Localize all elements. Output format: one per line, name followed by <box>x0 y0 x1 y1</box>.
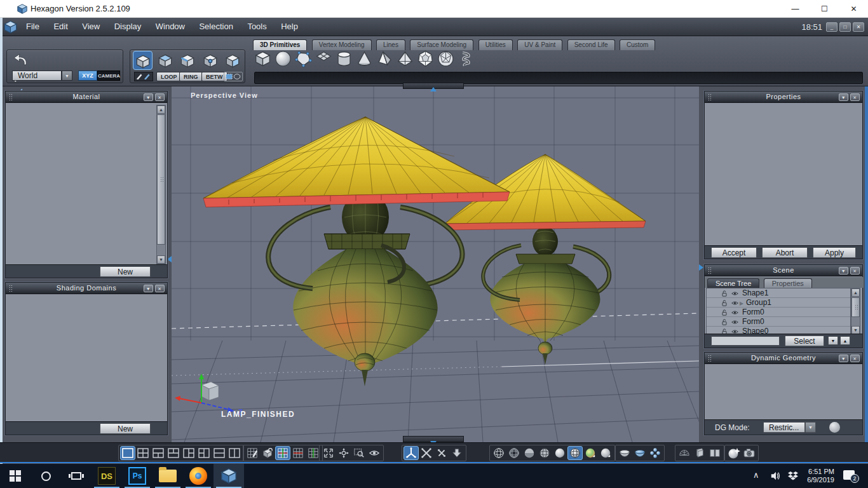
taskbar-file-explorer[interactable] <box>153 464 183 488</box>
shade-smooth-wire-icon[interactable] <box>567 446 583 460</box>
world-selector[interactable]: World <box>12 71 62 81</box>
menu-display[interactable]: Display <box>109 18 147 31</box>
fit-view-icon[interactable] <box>321 446 336 460</box>
accept-button[interactable]: Accept <box>711 247 757 258</box>
material-scrollbar[interactable]: ▲ ▼ <box>156 105 166 264</box>
tab-utilities[interactable]: Utilities <box>478 39 513 50</box>
panel-menu-icon[interactable]: ▼ <box>144 285 153 292</box>
drop-to-floor-icon[interactable] <box>449 446 465 460</box>
cortana-button[interactable] <box>31 464 61 488</box>
scroll-down-icon[interactable]: ▼ <box>157 255 165 264</box>
task-view-button[interactable] <box>61 464 92 488</box>
tab-surface-modeling[interactable]: Surface Modeling <box>410 39 473 50</box>
lock-icon[interactable] <box>721 309 728 316</box>
perspective-viewport[interactable]: Z LAMP_FINISHED Perspective View <box>172 86 699 442</box>
zoom-region-icon[interactable] <box>351 446 367 460</box>
dg-indicator-sphere[interactable] <box>829 422 840 433</box>
tab-scene-tree[interactable]: Scene Tree <box>707 278 759 288</box>
tab-3d-primitives[interactable]: 3D Primitives <box>253 39 307 50</box>
primitive-cube-icon[interactable] <box>254 50 271 67</box>
world-selector-dropdown-icon[interactable]: ▼ <box>62 71 72 81</box>
hemisphere-smooth-icon[interactable] <box>632 446 648 460</box>
lock-icon[interactable] <box>721 299 728 307</box>
menu-tools[interactable]: Tools <box>241 18 272 31</box>
select-point-mode-icon[interactable] <box>200 51 220 70</box>
grid-x-icon[interactable] <box>290 446 306 460</box>
panel-close-icon[interactable]: ✕ <box>850 93 860 101</box>
abort-button[interactable]: Abort <box>762 247 808 258</box>
expand-icon[interactable]: ▶ <box>740 299 743 308</box>
select-edge-mode-icon[interactable] <box>178 51 198 70</box>
apply-button[interactable]: Apply <box>813 247 856 258</box>
dg-mode-dropdown-icon[interactable]: ▼ <box>805 422 816 433</box>
pan-view-icon[interactable] <box>336 446 351 460</box>
layout-single-icon[interactable] <box>120 446 135 460</box>
scene-item-label[interactable]: Form0 <box>742 308 764 317</box>
ring-button[interactable]: RING <box>179 72 203 81</box>
render-camera-icon[interactable] <box>742 446 757 460</box>
layout-quad-icon[interactable] <box>135 446 151 460</box>
app-close-button[interactable]: ✕ <box>853 22 864 32</box>
maximize-button[interactable]: ☐ <box>810 0 839 18</box>
tab-custom[interactable]: Custom <box>620 39 655 50</box>
lock-grid-icon[interactable] <box>260 446 275 460</box>
scene-row-shape1[interactable]: Shape1 <box>707 288 850 298</box>
material-new-button[interactable]: New <box>100 266 151 277</box>
bottom-collapse-handle[interactable] <box>403 436 464 442</box>
double-pane-icon[interactable] <box>707 446 722 460</box>
menu-selection[interactable]: Selection <box>193 18 238 31</box>
select-auto-mode-icon[interactable] <box>223 51 243 70</box>
primitive-geodesic-icon[interactable] <box>437 50 454 67</box>
close-button[interactable]: ✕ <box>839 0 868 18</box>
eye-icon[interactable] <box>731 318 739 326</box>
undo-icon[interactable] <box>12 52 31 67</box>
app-maximize-button[interactable]: □ <box>839 22 851 32</box>
scene-tree-list[interactable]: Shape1 ▶ Group1 Form0 Form0 Shap <box>706 288 851 335</box>
select-object-mode-icon[interactable] <box>133 51 153 70</box>
scene-row-group1[interactable]: ▶ Group1 <box>707 298 850 308</box>
camera-toggle-button[interactable]: CAMERA <box>97 71 120 81</box>
shade-material-icon[interactable] <box>583 446 598 460</box>
primitive-sphere-icon[interactable] <box>275 50 292 67</box>
wire-dome-icon[interactable] <box>677 446 692 460</box>
scene-scrollbar[interactable]: ▲ ▼ <box>851 288 860 335</box>
dynamic-geometry-titlebar[interactable]: Dynamic Geometry ▼ ✕ <box>705 353 862 364</box>
prism-icon[interactable] <box>692 446 707 460</box>
scroll-up-icon[interactable]: ▲ <box>851 288 860 297</box>
grid-xy-icon[interactable] <box>275 446 290 460</box>
lock-icon[interactable] <box>721 290 728 297</box>
shade-flat-icon[interactable] <box>522 446 537 460</box>
taskbar-daz-studio[interactable]: DS <box>92 464 122 488</box>
shade-flat-wire-icon[interactable] <box>537 446 552 460</box>
scroll-thumb[interactable] <box>157 114 165 245</box>
scene-row-form0b[interactable]: Form0 <box>707 317 850 327</box>
hemisphere-icon[interactable] <box>617 446 632 460</box>
lock-icon[interactable] <box>721 318 728 326</box>
manipulator-axes-icon[interactable] <box>403 446 419 460</box>
panel-menu-icon[interactable]: ▼ <box>144 93 153 101</box>
layout-bottom-wide-icon[interactable] <box>166 446 181 460</box>
primitive-cone-icon[interactable] <box>356 50 373 67</box>
minimize-button[interactable]: — <box>781 0 810 18</box>
select-button[interactable]: Select <box>785 336 824 346</box>
shade-wire-dense-icon[interactable] <box>506 446 522 460</box>
eye-icon[interactable] <box>731 290 739 297</box>
panel-close-icon[interactable]: ✕ <box>155 285 165 292</box>
scene-filter-input[interactable] <box>711 336 780 346</box>
scene-titlebar[interactable]: Scene ▼ ✕ <box>705 265 862 276</box>
scroll-thumb[interactable] <box>851 297 860 317</box>
top-collapse-handle[interactable] <box>403 83 464 89</box>
material-panel-titlebar[interactable]: Material ▼ ✕ <box>6 92 167 103</box>
panel-close-icon[interactable]: ✕ <box>850 355 860 362</box>
marquee-lasso-icons[interactable] <box>224 72 243 81</box>
primitive-pyramid-icon[interactable] <box>376 50 393 67</box>
properties-titlebar[interactable]: Properties ▼ ✕ <box>705 92 862 103</box>
primitive-dodecahedron-icon[interactable] <box>417 50 434 67</box>
panel-menu-icon[interactable]: ▼ <box>839 355 848 362</box>
tab-vertex-modeling[interactable]: Vertex Modeling <box>312 39 372 50</box>
scale-manipulator-icon[interactable] <box>434 446 449 460</box>
tab-scene-properties[interactable]: Properties <box>764 278 812 288</box>
grid-edit-icon[interactable] <box>245 446 260 460</box>
eye-icon[interactable] <box>731 309 739 316</box>
tab-lines[interactable]: Lines <box>376 39 405 50</box>
